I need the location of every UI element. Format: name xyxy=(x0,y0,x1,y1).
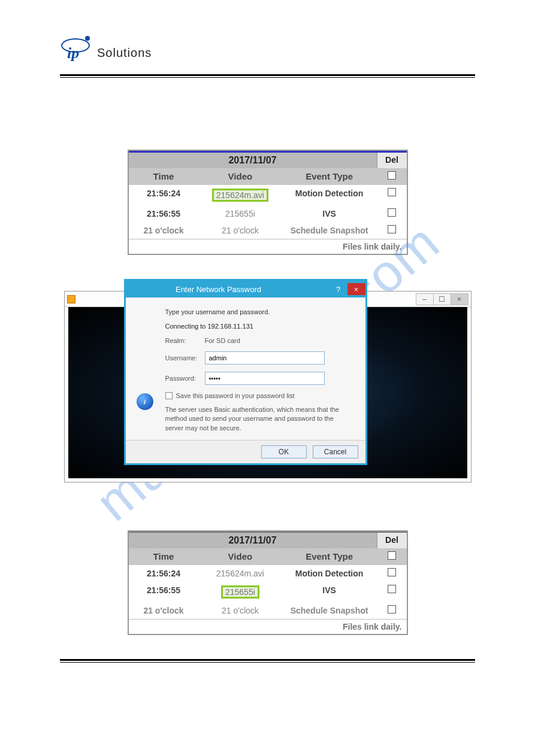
cell-video[interactable]: 215655i xyxy=(198,582,282,602)
cell-video[interactable]: 21 o'clock xyxy=(198,222,282,239)
table-row: 21:56:55215655iIVS xyxy=(129,582,407,602)
cell-video[interactable]: 215624m.avi xyxy=(198,185,282,205)
player-icon xyxy=(67,295,75,303)
ok-button[interactable]: OK xyxy=(261,445,307,459)
maximize-button[interactable]: ☐ xyxy=(433,293,451,305)
connecting-text: Connecting to 192.168.11.131 xyxy=(165,323,353,330)
col-video: Video xyxy=(198,168,282,185)
cell-event: Schedule Snapshot xyxy=(282,602,377,619)
cell-time: 21:56:55 xyxy=(129,205,199,222)
row-checkbox[interactable] xyxy=(388,605,396,614)
col-time: Time xyxy=(129,168,199,185)
header-divider xyxy=(60,74,475,78)
table-date: 2017/11/07 xyxy=(129,533,377,548)
logo-ip-text: ip xyxy=(67,44,79,62)
cell-time: 21:56:55 xyxy=(129,582,199,602)
cell-event: IVS xyxy=(282,205,377,222)
video-link[interactable]: 215655i xyxy=(221,585,259,599)
row-checkbox[interactable] xyxy=(388,585,396,593)
cell-video[interactable]: 215655i xyxy=(198,205,282,222)
row-checkbox[interactable] xyxy=(388,568,396,576)
help-button[interactable]: ? xyxy=(330,283,347,295)
cell-time: 21 o'clock xyxy=(129,602,199,619)
video-link[interactable]: 215624m.avi xyxy=(212,189,268,202)
username-field[interactable] xyxy=(205,351,325,365)
delete-button[interactable]: Del xyxy=(377,153,407,168)
event-table-2: 2017/11/07 Del Time Video Event Type 21:… xyxy=(128,530,408,635)
security-note: The server uses Basic authentication, wh… xyxy=(165,405,353,433)
realm-label: Realm: xyxy=(165,337,205,344)
cancel-button[interactable]: Cancel xyxy=(313,445,358,459)
select-all-checkbox[interactable] xyxy=(388,171,396,180)
cell-event: IVS xyxy=(282,582,377,602)
footer-divider xyxy=(60,659,475,663)
col-event: Event Type xyxy=(282,548,377,565)
cell-video[interactable]: 21 o'clock xyxy=(198,602,282,619)
password-label: Password: xyxy=(165,375,205,382)
save-password-label: Save this password in your password list xyxy=(176,392,295,399)
cell-event: Motion Detection xyxy=(282,185,377,205)
auth-dialog: Enter Network Password ? × i Type your u… xyxy=(124,279,367,465)
cell-time: 21 o'clock xyxy=(129,222,199,239)
select-all-checkbox[interactable] xyxy=(388,551,396,560)
table-footer: Files link daily. xyxy=(129,619,407,634)
username-label: Username: xyxy=(165,354,205,362)
logo-text: Solutions xyxy=(97,46,152,60)
table-date: 2017/11/07 xyxy=(129,153,377,168)
table-row: 21 o'clock21 o'clockSchedule Snapshot xyxy=(129,222,407,239)
col-event: Event Type xyxy=(282,168,377,185)
dialog-title: Enter Network Password xyxy=(108,285,330,294)
table-row: 21:56:24215624m.aviMotion Detection xyxy=(129,185,407,205)
minimize-button[interactable]: – xyxy=(416,293,434,305)
cell-time: 21:56:24 xyxy=(129,565,199,582)
cell-event: Motion Detection xyxy=(282,565,377,582)
row-checkbox[interactable] xyxy=(388,208,396,217)
table-row: 21 o'clock21 o'clockSchedule Snapshot xyxy=(129,602,407,619)
table-row: 21:56:24215624m.aviMotion Detection xyxy=(129,565,407,582)
table-row: 21:56:55215655iIVS xyxy=(129,205,407,222)
delete-button[interactable]: Del xyxy=(377,533,407,548)
logo-mark: ip xyxy=(60,36,93,69)
info-icon: i xyxy=(137,393,153,410)
col-time: Time xyxy=(129,548,199,565)
cell-video[interactable]: 215624m.avi xyxy=(198,565,282,582)
password-field[interactable] xyxy=(205,372,325,385)
row-checkbox[interactable] xyxy=(388,188,396,196)
table-footer: Files link daily. xyxy=(129,239,407,254)
row-checkbox[interactable] xyxy=(388,225,396,233)
col-video: Video xyxy=(198,548,282,565)
close-button[interactable]: × xyxy=(347,283,365,295)
save-password-checkbox[interactable] xyxy=(165,392,173,399)
close-button[interactable]: × xyxy=(451,293,468,305)
event-table-1: 2017/11/07 Del Time Video Event Type 21:… xyxy=(128,150,408,255)
cell-time: 21:56:24 xyxy=(129,185,199,205)
prompt-text: Type your username and password. xyxy=(165,308,353,315)
cell-event: Schedule Snapshot xyxy=(282,222,377,239)
realm-value: For SD card xyxy=(205,337,240,344)
brand-logo: ip Solutions xyxy=(60,36,475,69)
